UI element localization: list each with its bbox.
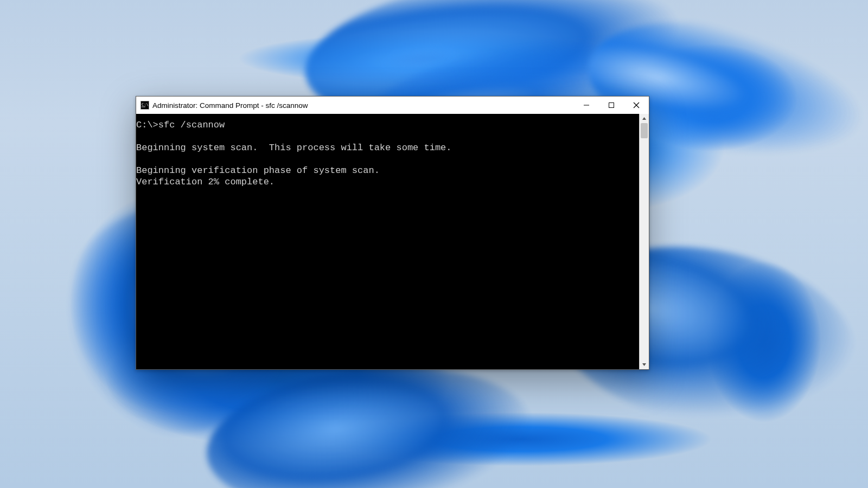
console-line: Beginning system scan. This process will… [136,142,639,153]
console-line: Beginning verification phase of system s… [136,165,639,176]
console-output[interactable]: C:\>sfc /scannow Beginning system scan. … [136,114,639,369]
svg-marker-9 [642,363,646,366]
titlebar[interactable]: C:\ Administrator: Command Prompt - sfc … [136,97,649,114]
close-icon [633,102,640,108]
scroll-thumb[interactable] [641,123,648,138]
window-client-area: C:\>sfc /scannow Beginning system scan. … [136,114,649,369]
triangle-up-icon [642,116,647,121]
svg-marker-8 [642,117,646,120]
minimize-button[interactable] [574,97,599,114]
maximize-button[interactable] [599,97,624,114]
window-title: Administrator: Command Prompt - sfc /sca… [152,101,574,110]
svg-rect-5 [609,103,614,108]
scroll-down-button[interactable] [640,360,649,369]
scroll-track[interactable] [640,123,649,360]
maximize-icon [608,102,615,108]
triangle-down-icon [642,362,647,367]
close-button[interactable] [624,97,649,114]
console-line: C:\>sfc /scannow [136,119,639,131]
console-line [136,153,639,165]
window-controls [574,97,649,114]
console-line [136,131,639,142]
minimize-icon [583,102,590,108]
vertical-scrollbar[interactable] [639,114,649,369]
scroll-up-button[interactable] [640,114,649,123]
cmd-prompt-icon: C:\ [141,101,149,110]
desktop-wallpaper: C:\ Administrator: Command Prompt - sfc … [0,0,868,488]
console-line: Verification 2% complete. [136,176,639,188]
command-prompt-window[interactable]: C:\ Administrator: Command Prompt - sfc … [136,96,649,370]
svg-text:C:\: C:\ [142,102,149,107]
